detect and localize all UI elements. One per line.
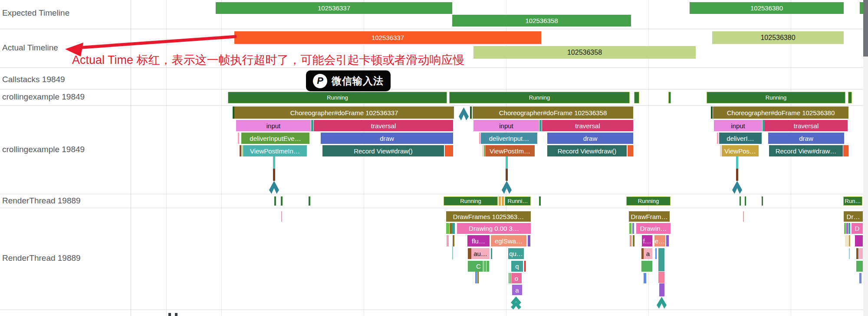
- slice-sliver[interactable]: [238, 133, 239, 144]
- slice-viewpostime[interactable]: ViewPostIm…: [485, 145, 535, 156]
- slice-input[interactable]: input: [236, 120, 311, 131]
- running-tick[interactable]: [281, 196, 283, 206]
- slice-sliver[interactable]: [628, 145, 633, 156]
- slice-record-view-draw[interactable]: Record View#draw(): [322, 145, 444, 156]
- slice-input[interactable]: input: [473, 120, 539, 131]
- slice-flush[interactable]: flu…: [467, 235, 490, 246]
- slice-drawframes[interactable]: DrawFram…: [629, 211, 670, 222]
- slice-sliver[interactable]: [717, 133, 718, 144]
- track-label-callstacks[interactable]: Callstacks 19849: [2, 75, 65, 84]
- track-label-crollingexample-running[interactable]: crollingexample 19849: [2, 92, 85, 102]
- slice-choreographer-doframe[interactable]: Choreographer#doFrame 102536358: [473, 106, 633, 119]
- running-slice[interactable]: Running: [444, 196, 498, 206]
- slice-sliver[interactable]: [856, 248, 858, 259]
- track-label-actual-timeline[interactable]: Actual Timeline: [2, 43, 58, 53]
- frame-expected-102536358[interactable]: 102536358: [452, 15, 631, 27]
- slice-a[interactable]: a: [644, 248, 652, 259]
- running-slice[interactable]: [668, 92, 671, 103]
- slice-au[interactable]: au…: [471, 248, 490, 259]
- slice-sliver[interactable]: [453, 235, 454, 246]
- slice-sliver[interactable]: [856, 261, 863, 272]
- slice-column[interactable]: [658, 248, 664, 271]
- track-label-crollingexample-slices[interactable]: crollingexample 19849: [2, 145, 85, 154]
- slice-sliver[interactable]: [281, 211, 282, 222]
- slice-sliver[interactable]: [483, 261, 484, 272]
- slice-traversal[interactable]: traversal: [314, 120, 453, 131]
- slice-sliver[interactable]: [641, 261, 652, 272]
- slice-traversal[interactable]: traversal: [542, 120, 633, 131]
- slice-sliver[interactable]: [632, 223, 634, 234]
- slice-sliver[interactable]: [482, 145, 483, 156]
- running-tick[interactable]: [745, 196, 746, 206]
- running-tick[interactable]: [274, 196, 276, 206]
- slice-choreographer-doframe[interactable]: Choreographer#doFrame 102536337: [234, 106, 454, 119]
- slice-sliver[interactable]: [242, 145, 243, 156]
- slice-sliver[interactable]: [629, 223, 631, 234]
- slice-sliver[interactable]: [510, 273, 511, 283]
- slice-eglswap[interactable]: eglSwa…: [491, 235, 526, 246]
- slice-sliver[interactable]: [743, 211, 744, 222]
- slice-input[interactable]: input: [714, 120, 762, 131]
- slice-column[interactable]: [659, 283, 664, 296]
- slice-o[interactable]: o: [511, 273, 522, 283]
- frame-actual-102536358[interactable]: 102536358: [473, 46, 696, 59]
- slice-flush[interactable]: [855, 235, 863, 246]
- slice-flush[interactable]: f…: [642, 235, 652, 246]
- slice-choreographer-doframe[interactable]: Choreographer#doFrame 102536380: [713, 106, 848, 119]
- slice-viewpostime[interactable]: ViewPos…: [722, 145, 759, 156]
- slice-sliver[interactable]: [655, 248, 657, 259]
- slice-sliver[interactable]: [666, 235, 669, 246]
- slice-sliver[interactable]: [311, 120, 313, 131]
- running-slice[interactable]: [634, 92, 639, 103]
- running-tick[interactable]: [740, 196, 741, 206]
- slice-drawing[interactable]: Drawing 0.00 3…: [457, 223, 531, 234]
- slice-q[interactable]: q: [511, 261, 523, 272]
- slice-sliver[interactable]: [452, 223, 455, 234]
- slice-drawframes[interactable]: DrawFrames 1025363…: [446, 211, 531, 222]
- slice-sliver[interactable]: [509, 273, 510, 283]
- slice-start-tick[interactable]: [470, 106, 472, 119]
- slice-sliver[interactable]: [528, 235, 530, 246]
- slice-sliver[interactable]: [843, 145, 848, 156]
- track-label-expected-timeline[interactable]: Expected Timeline: [2, 8, 69, 18]
- slice-draw[interactable]: draw: [768, 133, 844, 144]
- slice-column[interactable]: [658, 272, 664, 283]
- slice-sliver[interactable]: [479, 133, 480, 144]
- slice-sliver[interactable]: [539, 120, 542, 131]
- running-tick[interactable]: [309, 196, 310, 206]
- slice-sliver[interactable]: [445, 145, 453, 156]
- scrollbar-thumb[interactable]: [863, 0, 868, 57]
- slice-draw[interactable]: draw: [547, 133, 633, 144]
- slice-sliver[interactable]: [849, 235, 850, 246]
- slice-sliver[interactable]: [848, 223, 850, 234]
- slice-a[interactable]: a: [512, 285, 522, 295]
- slice-viewpostime[interactable]: ViewPostImeIn…: [243, 145, 307, 156]
- slice-drawing[interactable]: Drawin…: [636, 223, 671, 234]
- slice-deliverinput[interactable]: deliverI…: [719, 133, 762, 144]
- track-label-renderthread-slices[interactable]: RenderThread 19889: [2, 253, 81, 263]
- slice-sliver[interactable]: [859, 248, 863, 259]
- slice-qu[interactable]: qu…: [508, 248, 524, 259]
- running-slice[interactable]: Run…: [843, 196, 862, 206]
- running-slice[interactable]: Running: [626, 196, 671, 206]
- slice-sliver[interactable]: [484, 145, 485, 156]
- slice-sliver[interactable]: [846, 223, 848, 234]
- slice-sliver[interactable]: [844, 223, 846, 234]
- running-slice[interactable]: Running: [707, 92, 845, 103]
- slice-sliver[interactable]: [486, 261, 487, 272]
- slice-record-view-draw[interactable]: Record View#draw(): [547, 145, 627, 156]
- slice-start-tick[interactable]: [711, 106, 713, 119]
- runnable-tick[interactable]: [502, 196, 504, 206]
- slice-drawing[interactable]: D: [852, 223, 863, 234]
- slice-sliver[interactable]: [468, 248, 471, 259]
- frame-actual-102536380[interactable]: 102536380: [712, 31, 844, 44]
- track-label-renderthread-running[interactable]: RenderThread 19889: [2, 196, 81, 206]
- frame-expected-102536337[interactable]: 102536337: [216, 2, 452, 14]
- slice-eglswap[interactable]: e…: [654, 235, 665, 246]
- running-slice[interactable]: Runni…: [505, 196, 531, 206]
- running-slice[interactable]: Running: [228, 92, 447, 103]
- slice-sliver[interactable]: [524, 261, 526, 272]
- slice-sliver[interactable]: [240, 145, 241, 156]
- running-tick[interactable]: [539, 196, 541, 206]
- slice-deliverinputevent[interactable]: deliverInputEve…: [241, 133, 309, 144]
